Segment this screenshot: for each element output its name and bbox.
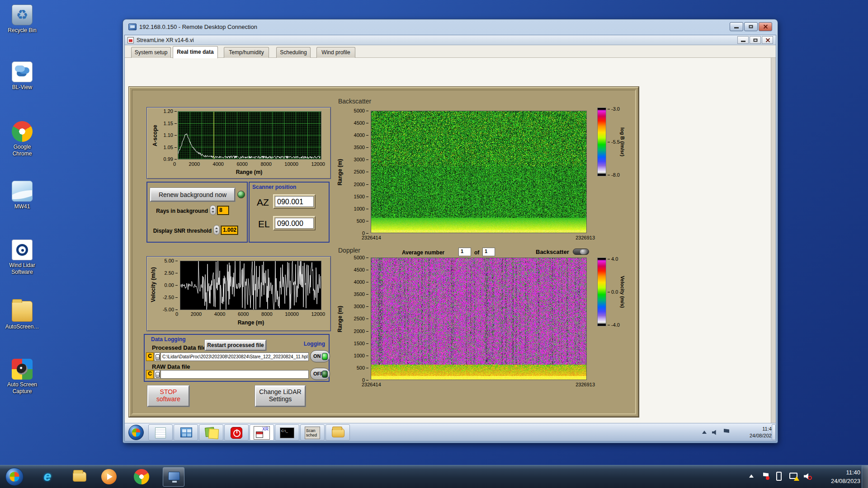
show-desktop-button[interactable] — [862, 465, 868, 488]
remote-action-center-icon[interactable] — [724, 429, 729, 433]
notepad-icon — [155, 427, 166, 438]
stop-software-button[interactable]: STOPsoftware — [147, 385, 189, 407]
remote-start-button[interactable] — [128, 425, 144, 440]
action-center-icon[interactable] — [763, 473, 769, 477]
processed-data-file-label: Processed Data file — [152, 344, 206, 351]
remote-taskbar-command-prompt[interactable]: C:\_ — [275, 424, 299, 441]
rdp-titlebar[interactable]: 192.168.0.150 - Remote Desktop Connectio… — [123, 19, 778, 35]
desktop-icon-google-chrome[interactable]: Google Chrome — [4, 121, 41, 157]
media-player-icon[interactable] — [101, 469, 117, 484]
renew-background-button[interactable]: Renew background now — [150, 188, 235, 202]
processed-drive-button[interactable]: C — [146, 352, 154, 361]
desktop-icon-recycle-bin[interactable]: ♻ Recycle Bin — [4, 5, 41, 34]
stop-sign-icon — [231, 427, 242, 439]
remote-taskbar-notepad[interactable] — [148, 424, 173, 441]
rays-spinner[interactable] — [210, 205, 216, 215]
average-number-field[interactable]: 1 — [458, 248, 471, 256]
raw-logging-toggle[interactable]: OFF — [310, 368, 330, 380]
backscatter-colorbar-ticks: -3.0-5.5-8.0 — [608, 107, 620, 177]
remote-taskbar-labview-xr[interactable]: XR — [250, 424, 274, 441]
tab-strip: System setup Real time data Temp/humidit… — [125, 45, 776, 58]
doppler-colorbar-ticks: 4.00.0-4.0 — [608, 257, 620, 327]
desktop-icon-autoscreen-folder[interactable]: AutoScreen… — [4, 301, 41, 330]
app-close-button[interactable] — [762, 36, 773, 44]
folder-icon — [332, 428, 344, 437]
snr-value[interactable]: 1.002 — [221, 226, 238, 235]
snr-spinner[interactable] — [213, 225, 220, 235]
auto-screen-capture-icon — [12, 359, 33, 380]
remote-taskbar-stop-app[interactable] — [224, 424, 249, 441]
app-title: StreamLine XR v14-6.vi — [137, 35, 194, 45]
chrome-taskbar-icon[interactable] — [134, 469, 149, 484]
el-field[interactable]: 090.000 — [273, 216, 316, 230]
remote-show-desktop-button[interactable] — [772, 424, 776, 440]
vertical-scrollbar[interactable] — [771, 58, 776, 423]
tab-scheduling[interactable]: Scheduling — [276, 47, 311, 58]
backscatter-doppler-toggle[interactable] — [573, 249, 589, 255]
az-field[interactable]: 090.001 — [273, 194, 316, 209]
desktop-icon-auto-screen-capture[interactable]: Auto Screen Capture — [4, 359, 41, 395]
remote-tray-expand-icon[interactable] — [702, 431, 707, 434]
change-lidar-settings-button[interactable]: Change LiDARSettings — [255, 385, 306, 407]
backscatter-colorbar-label: log B (/m/sr) — [620, 127, 625, 156]
remote-taskbar-sticky-notes[interactable] — [199, 424, 223, 441]
renew-background-led — [237, 191, 245, 198]
desktop-icon-wind-lidar[interactable]: Wind Lidar Software — [4, 239, 41, 276]
app-minimize-button[interactable] — [737, 36, 749, 44]
processed-path-field[interactable]: C:\Lidar\Data\Proc\2023\202308\20230824\… — [160, 352, 309, 361]
remote-taskbar-scan-scheduler[interactable]: Scansched — [300, 424, 325, 441]
app-restore-button[interactable] — [750, 36, 761, 44]
internet-explorer-icon[interactable]: e — [40, 469, 55, 484]
remote-volume-icon[interactable] — [712, 430, 718, 435]
labview-titlebar[interactable]: StreamLine XR v14-6.vi — [125, 35, 776, 45]
raw-path-field[interactable] — [160, 370, 309, 379]
tab-real-time-data[interactable]: Real time data — [173, 46, 218, 58]
average-count-field[interactable]: 1 — [482, 248, 495, 256]
sticky-notes-icon — [205, 427, 215, 437]
desktop-icon-label: Wind Lidar Software — [4, 262, 41, 276]
remote-clock[interactable]: 11:4024/08/2023 — [733, 426, 774, 439]
remote-taskbar-control-panel[interactable] — [174, 424, 198, 441]
maximize-button[interactable] — [744, 22, 758, 31]
rdp-taskbar-button[interactable] — [163, 467, 184, 487]
explorer-icon[interactable] — [72, 469, 87, 484]
taskbar-clock[interactable]: 11:4024/08/2023 — [831, 468, 860, 485]
rays-value[interactable]: 8 — [217, 206, 229, 215]
ascope-y-ticks: 1.201.151.101.050.99 — [160, 109, 177, 161]
rdp-icon — [128, 23, 137, 30]
raw-drive-button[interactable]: C — [146, 370, 154, 379]
volume-muted-icon[interactable] — [804, 473, 811, 479]
front-panel: Backscatter A-scope 1.201.151.101.050.99… — [129, 87, 639, 417]
ascope-graph-widget: A-scope 1.201.151.101.050.99 02000400060… — [146, 107, 331, 179]
remote-taskbar: XR C:\_ Scansched 11:4024/08/2023 — [125, 423, 776, 441]
desktop-icon-bl-view[interactable]: BL-View — [4, 61, 41, 91]
desktop-icon-label: AutoScreen… — [4, 324, 41, 330]
restart-processed-file-button[interactable]: Restart processed file — [205, 340, 266, 351]
remote-taskbar-explorer[interactable] — [326, 424, 350, 441]
folder-icon — [73, 472, 86, 482]
ascope-x-axis-label: Range (m) — [213, 169, 285, 175]
processed-path-browse-icon[interactable] — [154, 352, 160, 361]
tab-wind-profile[interactable]: Wind profile — [316, 47, 355, 58]
tab-temp-humidity[interactable]: Temp/humidity — [224, 47, 269, 58]
rdp-window: 192.168.0.150 - Remote Desktop Connectio… — [123, 19, 778, 443]
backscatter-y-axis-label: Range (m) — [337, 159, 343, 186]
battery-icon[interactable] — [776, 472, 782, 481]
processed-logging-toggle[interactable]: ON — [310, 350, 330, 362]
tab-system-setup[interactable]: System setup — [131, 47, 171, 58]
scanner-position-box: Scanner position AZ 090.001 EL 090.000 — [249, 182, 330, 243]
average-number-label: Average number — [402, 249, 444, 256]
raw-path-browse-icon[interactable] — [154, 370, 160, 379]
mw41-icon — [12, 181, 33, 202]
close-button[interactable] — [759, 22, 772, 31]
scan-scheduler-icon: Scansched — [305, 427, 320, 439]
minimize-button[interactable] — [730, 22, 743, 31]
labview-xr-icon: XR — [254, 426, 270, 440]
bl-view-icon — [12, 61, 33, 82]
network-icon[interactable] — [789, 473, 797, 479]
backscatter-y-ticks: 5000450040003500300025002000150010005000 — [349, 108, 368, 235]
tray-expand-icon[interactable] — [749, 474, 754, 478]
desktop-icon-mw41[interactable]: MW41 — [4, 181, 41, 210]
start-button[interactable] — [5, 468, 24, 486]
snr-threshold-label: Display SNR threshold — [148, 228, 212, 234]
